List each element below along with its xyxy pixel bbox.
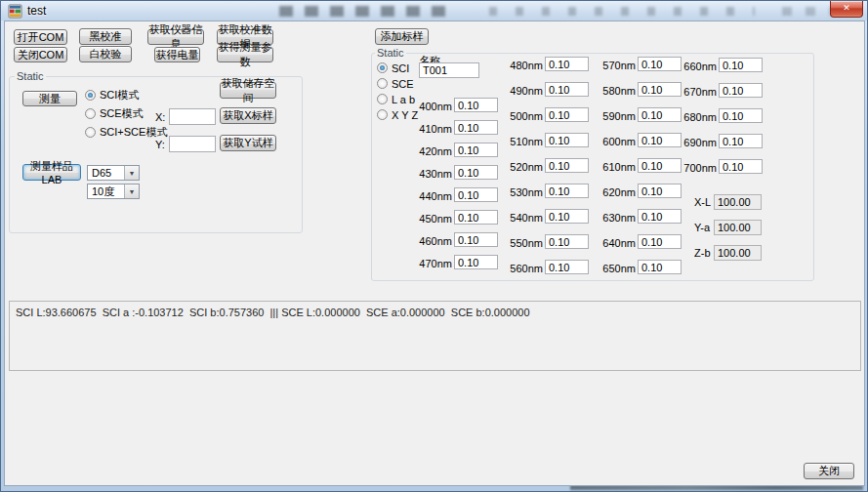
wavelength-input-460nm[interactable] xyxy=(454,232,498,247)
wavelength-input-430nm[interactable] xyxy=(454,165,498,180)
wavelength-label: 660nm xyxy=(683,61,717,72)
wavelength-input-500nm[interactable] xyxy=(545,107,589,122)
add-standard-button[interactable]: 添加标样 xyxy=(375,28,429,45)
measure-button[interactable]: 测量 xyxy=(22,91,77,106)
wavelength-input-490nm[interactable] xyxy=(545,82,589,97)
wavelength-input-570nm[interactable] xyxy=(638,57,682,71)
wavelength-input-600nm[interactable] xyxy=(638,133,682,147)
wavelength-row: 480nm xyxy=(510,57,589,71)
wavelength-row: 470nm xyxy=(419,255,498,269)
get-battery-button[interactable]: 获得电量 xyxy=(154,47,200,62)
app-window: test ✕ 打开COM 关闭COM 黑校准 白校验 获取仪器信息 获得电量 获… xyxy=(0,0,868,492)
illuminant-select[interactable]: D65 ▼ xyxy=(87,165,140,181)
wavelength-input-530nm[interactable] xyxy=(545,184,589,198)
measure-sample-lab-button[interactable]: 测量样品LAB xyxy=(22,164,81,181)
radio-option[interactable]: X Y Z xyxy=(377,108,418,121)
observer-value: 10度 xyxy=(88,184,124,199)
wavelength-input-590nm[interactable] xyxy=(638,107,682,122)
wavelength-label: 480nm xyxy=(510,60,543,71)
radio-icon xyxy=(85,108,96,119)
spectrum-column-480-560: 480nm490nm500nm510nm520nm530nm540nm550nm… xyxy=(510,57,589,274)
wavelength-row: 450nm xyxy=(419,210,498,225)
y-input[interactable] xyxy=(169,136,216,152)
wavelength-input-610nm[interactable] xyxy=(638,158,682,173)
name-input[interactable] xyxy=(419,62,479,78)
wavelength-row: 430nm xyxy=(419,165,498,180)
wavelength-row: 660nm xyxy=(683,58,763,72)
wavelength-input-700nm[interactable] xyxy=(719,159,763,174)
wavelength-label: 590nm xyxy=(602,110,636,122)
radio-option[interactable]: SCI模式 xyxy=(85,89,167,102)
wavelength-input-660nm[interactable] xyxy=(719,58,763,72)
get-y-sample-button[interactable]: 获取Y试样 xyxy=(220,135,276,151)
wavelength-input-410nm[interactable] xyxy=(454,120,498,135)
wavelength-input-420nm[interactable] xyxy=(454,143,498,157)
wavelength-input-540nm[interactable] xyxy=(545,209,589,224)
titlebar[interactable]: test ✕ xyxy=(1,1,867,20)
tristimulus-label: Z-b xyxy=(694,247,714,259)
wavelength-label: 650nm xyxy=(602,263,636,274)
wavelength-input-640nm[interactable] xyxy=(638,234,682,249)
glass-artifact xyxy=(279,6,445,17)
wavelength-input-580nm[interactable] xyxy=(638,82,682,97)
wavelength-input-550nm[interactable] xyxy=(545,234,589,249)
radio-option[interactable]: SCI xyxy=(377,62,418,74)
wavelength-row: 500nm xyxy=(510,107,589,122)
wavelength-input-620nm[interactable] xyxy=(638,184,682,198)
window-close-button[interactable]: ✕ xyxy=(830,1,863,18)
get-storage-button[interactable]: 获取储存空间 xyxy=(220,82,276,99)
wavelength-label: 520nm xyxy=(510,161,543,173)
wavelength-input-440nm[interactable] xyxy=(454,187,498,202)
get-measure-params-button[interactable]: 获得测量参数 xyxy=(217,47,273,62)
wavelength-label: 680nm xyxy=(683,111,717,123)
right-group-label: Static xyxy=(375,47,406,59)
wavelength-label: 420nm xyxy=(419,145,452,157)
get-x-standard-button[interactable]: 获取X标样 xyxy=(220,107,276,124)
radio-icon xyxy=(377,94,388,104)
wavelength-row: 600nm xyxy=(602,133,682,147)
y-label: Y: xyxy=(155,139,165,150)
tristimulus-value: 100.00 xyxy=(714,194,762,210)
wavelength-input-470nm[interactable] xyxy=(454,255,498,269)
tristimulus-value: 100.00 xyxy=(714,220,762,235)
wavelength-row: 560nm xyxy=(510,260,589,274)
wavelength-row: 550nm xyxy=(510,234,589,249)
wavelength-row: 570nm xyxy=(602,57,682,71)
wavelength-row: 490nm xyxy=(510,82,589,97)
status-panel: SCI L:93.660675 SCI a :-0.103712 SCI b:0… xyxy=(9,301,861,371)
wavelength-input-650nm[interactable] xyxy=(638,260,682,274)
black-calibration-button[interactable]: 黑校准 xyxy=(79,28,132,45)
open-com-button[interactable]: 打开COM xyxy=(14,29,67,45)
tristimulus-value: 100.00 xyxy=(714,245,762,261)
x-input[interactable] xyxy=(169,108,216,125)
white-calibration-button[interactable]: 白校验 xyxy=(79,46,132,62)
window-title: test xyxy=(27,4,46,18)
x-label: X: xyxy=(155,111,165,123)
close-com-button[interactable]: 关闭COM xyxy=(14,47,67,62)
radio-option[interactable]: SCE xyxy=(377,77,418,90)
observer-select[interactable]: 10度 ▼ xyxy=(87,184,140,199)
wavelength-input-520nm[interactable] xyxy=(545,158,589,173)
wavelength-label: 510nm xyxy=(510,136,543,147)
wavelength-input-670nm[interactable] xyxy=(719,83,763,98)
wavelength-input-510nm[interactable] xyxy=(545,133,589,147)
wavelength-label: 470nm xyxy=(419,258,452,269)
chevron-down-icon: ▼ xyxy=(124,166,139,180)
wavelength-input-400nm[interactable] xyxy=(454,98,498,112)
wavelength-input-690nm[interactable] xyxy=(719,134,763,148)
get-instrument-info-button[interactable]: 获取仪器信息 xyxy=(147,29,204,45)
radio-label: SCI xyxy=(392,62,409,74)
radio-option[interactable]: L a b xyxy=(377,93,418,105)
radio-icon xyxy=(377,62,388,73)
close-button[interactable]: 关闭 xyxy=(804,463,854,479)
radio-label: SCE xyxy=(392,78,414,90)
wavelength-label: 670nm xyxy=(683,86,717,98)
wavelength-input-560nm[interactable] xyxy=(545,260,589,274)
wavelength-input-630nm[interactable] xyxy=(638,209,682,224)
wavelength-row: 650nm xyxy=(602,260,682,274)
wavelength-input-680nm[interactable] xyxy=(719,108,763,123)
wavelength-input-450nm[interactable] xyxy=(454,210,498,225)
radio-option[interactable]: SCI+SCE模式 xyxy=(85,126,167,139)
wavelength-row: 400nm xyxy=(419,98,498,112)
wavelength-input-480nm[interactable] xyxy=(545,57,589,71)
